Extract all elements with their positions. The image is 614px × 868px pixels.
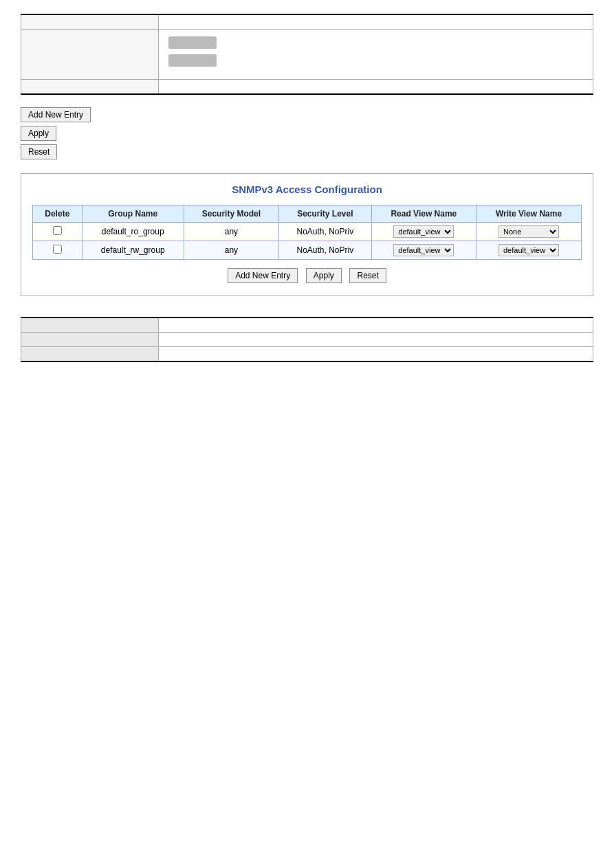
snmp-apply-button[interactable]: Apply bbox=[306, 268, 342, 283]
write-view-select-2[interactable]: None default_view bbox=[498, 244, 559, 256]
snmp-delete-1 bbox=[33, 223, 83, 241]
bottom-row-2 bbox=[21, 333, 593, 347]
top-value-1 bbox=[159, 14, 593, 30]
bottom-value-1 bbox=[159, 318, 593, 333]
delete-checkbox-2[interactable] bbox=[53, 245, 62, 254]
top-row-1 bbox=[21, 14, 593, 30]
snmp-read-view-2[interactable]: default_view bbox=[371, 241, 476, 260]
top-button-group: Add New Entry Apply Reset bbox=[21, 107, 593, 159]
gray-bar-1 bbox=[168, 36, 217, 49]
snmp-title: SNMPv3 Access Configuration bbox=[32, 183, 582, 195]
col-security-model: Security Model bbox=[184, 205, 278, 223]
snmp-add-new-entry-button[interactable]: Add New Entry bbox=[228, 268, 298, 283]
apply-button[interactable]: Apply bbox=[21, 126, 56, 141]
top-row-3 bbox=[21, 80, 593, 95]
snmp-delete-2 bbox=[33, 241, 83, 260]
reset-button[interactable]: Reset bbox=[21, 144, 57, 159]
snmp-security-level-2: NoAuth, NoPriv bbox=[279, 241, 372, 260]
bottom-label-1 bbox=[21, 318, 159, 333]
snmp-table: Delete Group Name Security Model Securit… bbox=[32, 205, 582, 260]
bottom-value-3 bbox=[159, 347, 593, 362]
bottom-value-2 bbox=[159, 333, 593, 347]
read-view-select-2[interactable]: default_view bbox=[393, 244, 454, 256]
snmp-group-name-2: default_rw_group bbox=[82, 241, 184, 260]
snmp-row-1: default_ro_group any NoAuth, NoPriv defa… bbox=[33, 223, 582, 241]
snmp-read-view-1[interactable]: default_view bbox=[371, 223, 476, 241]
top-value-3 bbox=[159, 80, 593, 95]
top-config-table bbox=[21, 14, 593, 95]
top-value-2 bbox=[159, 30, 593, 80]
snmp-write-view-2[interactable]: None default_view bbox=[476, 241, 582, 260]
bottom-label-3 bbox=[21, 347, 159, 362]
snmp-access-section: SNMPv3 Access Configuration Delete Group… bbox=[21, 173, 593, 296]
gray-bar-2 bbox=[168, 54, 217, 67]
snmp-reset-button[interactable]: Reset bbox=[349, 268, 386, 283]
col-group-name: Group Name bbox=[82, 205, 184, 223]
bottom-row-1 bbox=[21, 318, 593, 333]
bottom-config-table bbox=[21, 317, 593, 362]
snmp-row-2: default_rw_group any NoAuth, NoPriv defa… bbox=[33, 241, 582, 260]
top-label-3 bbox=[21, 80, 159, 95]
snmp-table-header: Delete Group Name Security Model Securit… bbox=[33, 205, 582, 223]
bottom-row-3 bbox=[21, 347, 593, 362]
snmp-security-model-1: any bbox=[184, 223, 278, 241]
snmp-action-buttons: Add New Entry Apply Reset bbox=[32, 268, 582, 283]
delete-checkbox-1[interactable] bbox=[53, 226, 62, 235]
write-view-select-1[interactable]: None default_view bbox=[498, 225, 559, 238]
bottom-label-2 bbox=[21, 333, 159, 347]
top-row-2 bbox=[21, 30, 593, 80]
top-label-2 bbox=[21, 30, 159, 80]
snmp-group-name-1: default_ro_group bbox=[82, 223, 184, 241]
snmp-security-level-1: NoAuth, NoPriv bbox=[279, 223, 372, 241]
snmp-security-model-2: any bbox=[184, 241, 278, 260]
add-new-entry-button[interactable]: Add New Entry bbox=[21, 107, 91, 122]
read-view-select-1[interactable]: default_view bbox=[393, 225, 454, 238]
snmp-write-view-1[interactable]: None default_view bbox=[476, 223, 582, 241]
col-read-view: Read View Name bbox=[371, 205, 476, 223]
top-label-1 bbox=[21, 14, 159, 30]
col-write-view: Write View Name bbox=[476, 205, 582, 223]
col-delete: Delete bbox=[33, 205, 83, 223]
col-security-level: Security Level bbox=[279, 205, 372, 223]
